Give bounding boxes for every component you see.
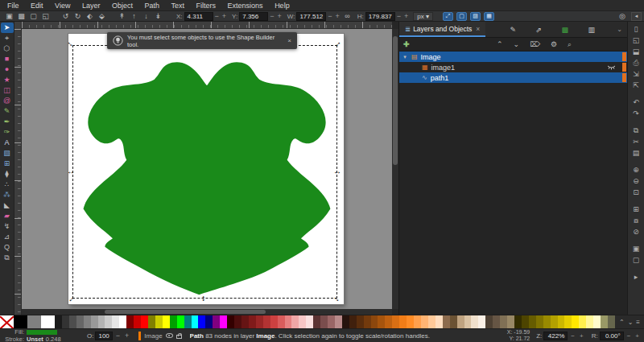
zoom-fit-button[interactable]: ⊡: [628, 187, 644, 198]
measure-tool[interactable]: ⊿: [1, 232, 14, 242]
palette-swatch[interactable]: [299, 315, 306, 328]
delete-item-button[interactable]: ⌦: [530, 40, 540, 49]
palette-swatch[interactable]: [414, 315, 421, 328]
swatch-black[interactable]: [14, 315, 27, 328]
palette-swatch[interactable]: [522, 315, 529, 328]
layer-tag-stripe[interactable]: [622, 52, 626, 61]
opacity-field[interactable]: 100: [95, 332, 112, 340]
zoom-tool[interactable]: Q: [1, 242, 14, 253]
star-tool[interactable]: ★: [1, 75, 14, 85]
palette-swatch[interactable]: [551, 315, 558, 328]
unit-dropdown[interactable]: px ▾: [413, 12, 433, 21]
zoom-in-button[interactable]: ⊕: [628, 164, 644, 175]
canvas[interactable]: ↔ ↔ ↔ ↔ ↔ ↔ ↔ ↔ You must select some obj…: [22, 29, 392, 309]
mesh-tool[interactable]: ⊞: [1, 159, 14, 169]
palette-swatch[interactable]: [407, 315, 414, 328]
fill-color-swatch[interactable]: [27, 330, 57, 335]
selector-tool[interactable]: ➤: [1, 23, 14, 33]
zoom-out-button[interactable]: ⊖: [628, 175, 644, 187]
palette-swatch[interactable]: [141, 315, 148, 328]
menu-item[interactable]: Help: [270, 2, 295, 10]
palette-swatch[interactable]: [371, 315, 378, 328]
rotation-plus-button[interactable]: +: [634, 332, 641, 340]
close-icon[interactable]: ×: [285, 37, 294, 44]
palette-swatch[interactable]: [335, 315, 342, 328]
scale-pattern-toggle[interactable]: ▦: [484, 12, 494, 21]
palette-menu-icon[interactable]: ≡: [636, 319, 640, 326]
palette-swatch[interactable]: [421, 315, 428, 328]
horizontal-scrollbar-thumb[interactable]: [105, 310, 266, 314]
group-button[interactable]: ▣: [628, 243, 644, 254]
menu-item[interactable]: File: [2, 2, 24, 10]
object-label[interactable]: image1: [431, 64, 456, 72]
palette-swatch[interactable]: [306, 315, 313, 328]
palette-swatch[interactable]: [608, 315, 615, 328]
horizontal-ruler[interactable]: [22, 22, 392, 29]
shape-builder-tool[interactable]: ⬡: [1, 43, 14, 54]
flip-horizontal[interactable]: ⬖: [84, 11, 96, 21]
save-document-button[interactable]: ⬓: [628, 46, 644, 57]
palette-swatch[interactable]: [76, 315, 84, 328]
box3d-tool[interactable]: ◫: [1, 85, 14, 96]
settings-button[interactable]: ⚙: [551, 40, 557, 49]
palette-swatch[interactable]: [91, 315, 98, 328]
palette-swatch[interactable]: [98, 315, 105, 328]
palette-swatch[interactable]: [177, 315, 184, 328]
palette-swatch[interactable]: [213, 315, 220, 328]
palette-swatch[interactable]: [514, 315, 522, 328]
selection-handle-w[interactable]: ↔: [67, 167, 75, 175]
eraser-tool[interactable]: ▰: [1, 211, 14, 221]
pencil-tool[interactable]: ✎: [1, 106, 14, 117]
text-tool[interactable]: A: [1, 138, 14, 148]
horizontal-scrollbar[interactable]: [22, 309, 392, 315]
palette-swatch[interactable]: [464, 315, 472, 328]
layer-tree-row[interactable]: ∿ path1: [399, 72, 627, 83]
snap-toggle-icon[interactable]: ◎: [617, 11, 628, 21]
palette-swatch[interactable]: [385, 315, 392, 328]
palette-swatch[interactable]: [270, 315, 278, 328]
rotate-ccw[interactable]: ↺: [60, 11, 72, 21]
node-tool[interactable]: ⌖: [1, 33, 14, 43]
palette-swatch[interactable]: [601, 315, 608, 328]
lower-to-bottom[interactable]: ↡: [152, 11, 164, 21]
menu-item[interactable]: Layer: [77, 2, 105, 10]
palette-swatch[interactable]: [493, 315, 500, 328]
w-minus-button[interactable]: −: [326, 12, 333, 20]
rotation-field[interactable]: 0.00°: [600, 332, 624, 340]
zoom-plus-button[interactable]: +: [578, 332, 585, 340]
tweak-tool[interactable]: ∴: [1, 179, 14, 190]
swatch-none[interactable]: [0, 315, 14, 328]
zoom-minus-button[interactable]: −: [569, 332, 576, 340]
palette-scroll-up-icon[interactable]: ⌃: [619, 319, 625, 326]
deselect[interactable]: ▢: [27, 11, 39, 21]
palette-swatch[interactable]: [62, 315, 69, 328]
palette-swatch[interactable]: [579, 315, 586, 328]
move-up-button[interactable]: ⌃: [497, 40, 503, 49]
stroke-width-value[interactable]: 0.248: [46, 336, 61, 342]
ellipse-tool[interactable]: ●: [1, 64, 14, 75]
menu-item[interactable]: Filters: [192, 2, 221, 10]
opacity-minus-button[interactable]: −: [114, 332, 122, 340]
object-label[interactable]: path1: [431, 74, 449, 82]
scale-corners-toggle[interactable]: ▢: [456, 12, 467, 21]
palette-swatch[interactable]: [105, 315, 112, 328]
palette-swatch[interactable]: [320, 315, 328, 328]
snapbar-collapse-button[interactable]: ◂: [631, 12, 642, 21]
spray-tool[interactable]: ⁂: [1, 190, 14, 200]
palette-swatch[interactable]: [536, 315, 543, 328]
palette-swatch[interactable]: [507, 315, 514, 328]
palette-swatch[interactable]: [163, 315, 170, 328]
new-document-button[interactable]: ▯: [628, 23, 644, 35]
ungroup-button[interactable]: ▢: [628, 254, 644, 266]
palette-swatch[interactable]: [134, 315, 141, 328]
unlink-clone-button[interactable]: ⊘: [628, 226, 644, 237]
export-dialog-tab[interactable]: ⇗: [536, 26, 543, 34]
palette-swatch[interactable]: [112, 315, 119, 328]
y-plus-button[interactable]: +: [275, 12, 283, 20]
layer-tree-row[interactable]: ▦ image1: [399, 62, 627, 72]
layer-lock-icon[interactable]: [176, 335, 182, 339]
palette-swatch[interactable]: [184, 315, 192, 328]
palette-swatch[interactable]: [500, 315, 507, 328]
search-button[interactable]: ⌕: [568, 40, 572, 49]
h-minus-button[interactable]: −: [395, 12, 402, 20]
